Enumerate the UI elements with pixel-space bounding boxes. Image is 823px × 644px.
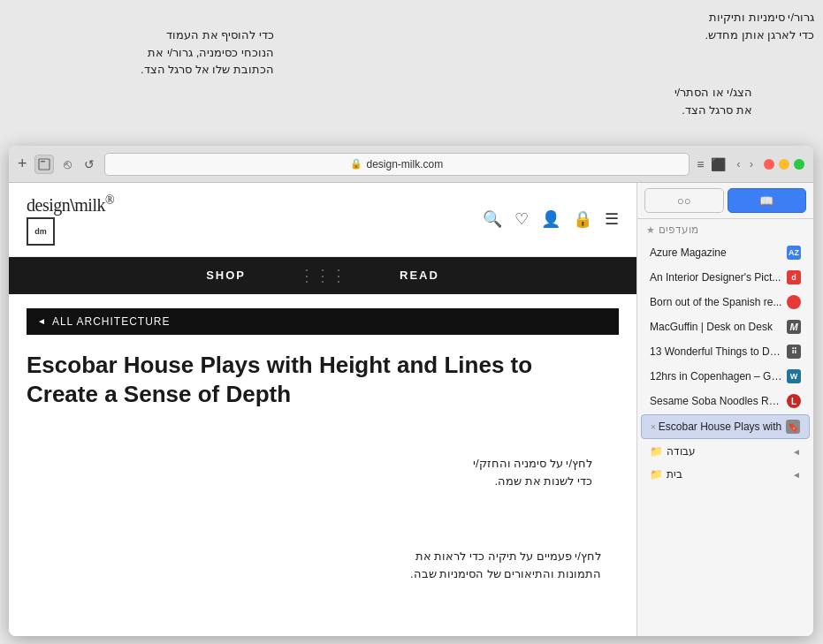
folder-label-work: עבודה (667, 445, 696, 458)
item-badge-interior: d (787, 270, 801, 284)
sidebar-item-escobar[interactable]: × Escobar House Plays with 🔖 (641, 414, 810, 439)
sidebar-item-12hrs[interactable]: 12hrs in Copenhagen – Gui... W (641, 365, 810, 388)
glasses-icon: ○○ (677, 194, 691, 208)
item-badge-13wonderful: ⠿ (787, 345, 801, 359)
item-badge-born (787, 295, 801, 309)
sidebar-item-interior[interactable]: An Interior Designer's Pict... d (641, 266, 810, 289)
folder-arrow-work: ◄ (792, 447, 801, 457)
callout-bottom-low: לחץ/י פעמיים על תיקיה כדי לראות את התמונ… (354, 548, 601, 582)
callout-mid-right-text: הצג/י או הסתר/י את סרגל הצד. (674, 86, 752, 117)
folder-icon-work: 📁 (650, 445, 663, 458)
sidebar-tabs: ○○ 📖 (637, 183, 813, 219)
sidebar-item-sesame[interactable]: Sesame Soba Noodles Rec... L (641, 390, 810, 413)
cart-icon[interactable]: 🔒 (573, 209, 592, 229)
sidebar-toggle-button[interactable]: ⬛ (711, 157, 726, 171)
sidebar-folder-work[interactable]: 📁 עבודה ◄ (641, 441, 810, 462)
back-button[interactable]: ‹ (733, 155, 743, 172)
callout-top-mid: כדי להוסיף את העמוד הנוכחי כסימניה, גרור… (88, 27, 274, 79)
folder-icon-home: 📁 (650, 468, 663, 481)
folder-arrow-home: ◄ (792, 470, 801, 480)
item-text-macguffin: MacGuffin | Desk on Desk (650, 321, 783, 333)
callout-top-right: גרור/י סימניות ותיקיות כדי לארגן אותן מח… (637, 9, 814, 43)
callout-top-mid-text: כדי להוסיף את העמוד הנוכחי כסימניה, גרור… (141, 28, 274, 76)
minimize-button[interactable] (779, 159, 789, 170)
sidebar-item-born[interactable]: Born out of the Spanish re... (641, 291, 810, 314)
forward-button[interactable]: › (746, 155, 757, 172)
sidebar-item-azure[interactable]: Azure Magazine AZ (641, 241, 810, 264)
browser-chrome: + ⎋ ↺ 🔒 design-milk.com ≡ ⬛ ‹ › (9, 146, 813, 183)
item-badge-sesame: L (787, 394, 801, 408)
favorites-label: מועדפים (659, 224, 698, 236)
callout-bottom-low-text: לחץ/י פעמיים על תיקיה כדי לראות את התמונ… (410, 549, 601, 580)
sidebar-tab-reading[interactable]: ○○ (644, 188, 724, 213)
callout-top-right-text: גרור/י סימניות ותיקיות כדי לארגן אותן מח… (705, 11, 814, 42)
url-text: design-milk.com (366, 158, 443, 170)
item-badge-azure: AZ (787, 246, 801, 260)
logo-milk: milk (74, 195, 105, 215)
lock-icon: 🔒 (350, 158, 362, 170)
user-icon[interactable]: 👤 (541, 209, 560, 229)
item-close-escobar[interactable]: × (651, 422, 656, 432)
item-text-sesame: Sesame Soba Noodles Rec... (650, 395, 783, 407)
article-breadcrumb[interactable]: ◄ ALL ARCHITECTURE (27, 308, 619, 335)
svg-rect-0 (39, 159, 50, 170)
reader-button[interactable]: ≡ (697, 157, 704, 171)
item-text-13wonderful: 13 Wonderful Things to Do... (650, 345, 783, 358)
item-badge-macguffin: M (787, 320, 801, 334)
favorites-section: ★ מועדפים (637, 219, 813, 240)
item-text-azure: Azure Magazine (650, 246, 783, 259)
sidebar-item-13wonderful[interactable]: 13 Wonderful Things to Do... ⠿ (641, 340, 810, 363)
window-controls (764, 159, 804, 170)
callout-bottom-mid: לחץ/י על סימניה והחזק/י כדי לשנות את שמה… (407, 455, 592, 489)
sidebar-item-macguffin[interactable]: MacGuffin | Desk on Desk M (641, 315, 810, 338)
item-text-escobar: Escobar House Plays with (659, 420, 782, 433)
item-text-12hrs: 12hrs in Copenhagen – Gui... (650, 370, 783, 383)
folder-label-home: בית (667, 468, 682, 481)
sidebar-panel: ○○ 📖 ★ מועדפים Azure Magazine AZ An Inte… (636, 183, 813, 636)
callout-mid-right: הצג/י או הסתר/י את סרגל הצד. (602, 84, 752, 118)
item-text-interior: An Interior Designer's Pict... (650, 271, 783, 284)
item-badge-12hrs: W (787, 369, 801, 383)
site-header: design\milk® dm 🔍 ♡ 👤 🔒 ☰ (9, 183, 636, 257)
reload-button[interactable]: ↺ (81, 157, 97, 171)
nav-shop[interactable]: SHOP (206, 269, 246, 282)
tab-icon[interactable] (34, 155, 54, 174)
callout-bottom-mid-text: לחץ/י על סימניה והחזק/י כדי לשנות את שמה… (473, 457, 592, 488)
item-text-born: Born out of the Spanish re... (650, 296, 783, 308)
search-icon[interactable]: 🔍 (483, 209, 502, 229)
site-nav-icons: 🔍 ♡ 👤 🔒 ☰ (483, 209, 619, 229)
site-logo: design\milk® dm (27, 193, 114, 246)
article-title: Escobar House Plays with Height and Line… (27, 351, 557, 411)
sidebar-tab-bookmarks[interactable]: 📖 (728, 188, 807, 213)
svg-rect-1 (41, 161, 45, 163)
address-bar[interactable]: 🔒 design-milk.com (104, 153, 690, 176)
sidebar-folder-home[interactable]: 📁 בית ◄ (641, 464, 810, 485)
menu-icon[interactable]: ☰ (605, 209, 619, 229)
site-nav-bar: SHOP ⋮⋮⋮ READ (9, 257, 636, 294)
item-badge-escobar: 🔖 (786, 420, 800, 434)
heart-icon[interactable]: ♡ (514, 209, 529, 229)
nav-divider: ⋮⋮⋮ (299, 266, 347, 285)
share-button[interactable]: ⎋ (61, 156, 74, 171)
breadcrumb-arrow: ◄ (37, 316, 47, 326)
logo-dm: dm (34, 227, 47, 236)
chrome-nav: ‹ › (733, 155, 757, 172)
logo-design: design (27, 195, 70, 215)
maximize-button[interactable] (794, 159, 804, 170)
breadcrumb-text: ALL ARCHITECTURE (52, 315, 171, 328)
close-button[interactable] (764, 159, 774, 170)
new-tab-button[interactable]: + (18, 155, 27, 173)
star-icon: ★ (646, 224, 655, 236)
book-icon: 📖 (759, 194, 773, 208)
nav-read[interactable]: READ (400, 269, 439, 282)
